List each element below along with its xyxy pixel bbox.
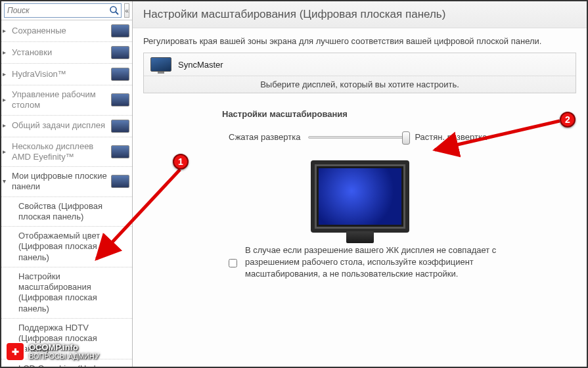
annotation-bubble-1: 1 <box>173 154 189 170</box>
thumb-icon <box>111 175 129 188</box>
slider-thumb-icon[interactable] <box>402 131 410 145</box>
thumb-icon <box>111 120 129 133</box>
use-scaling-checkbox[interactable] <box>229 246 237 281</box>
watermark: ✚ OCOMP.info ВОПРОСЫ АДМИНУ <box>5 342 99 361</box>
slider-label-max: Растян. развертка <box>415 132 487 142</box>
svg-point-0 <box>110 7 116 12</box>
scaling-checkbox-row: В случае если разрешение вашего ЖК диспл… <box>143 244 576 281</box>
page-subtitle: Регулировать края вашей зоны экрана для … <box>133 28 587 53</box>
thumb-icon <box>111 93 129 106</box>
monitor-preview-icon <box>311 160 409 233</box>
chevron-right-icon: ▸ <box>3 148 9 156</box>
sidebar-item-dfp[interactable]: ▾ Мои цифровые плоские панели <box>1 167 132 197</box>
watermark-line2: ВОПРОСЫ АДМИНУ <box>29 352 99 360</box>
section-title: Настройки масштабирования <box>143 109 576 119</box>
chevron-right-icon: ▸ <box>3 122 9 130</box>
search-input[interactable] <box>4 3 122 18</box>
checkbox-label: В случае если разрешение вашего ЖК диспл… <box>245 244 537 281</box>
chevron-right-icon: ▸ <box>3 70 9 79</box>
display-picker: SyncMaster Выберите дисплей, который вы … <box>143 53 576 93</box>
sidebar-item-hydravision[interactable]: ▸ HydraVision™ <box>1 64 132 85</box>
thumb-icon <box>111 145 129 158</box>
sidebar-item-presets[interactable]: ▸ Установки <box>1 42 132 64</box>
sidebar-tree: ▸ Сохраненные ▸ Установки ▸ HydraVision™… <box>1 20 132 367</box>
search-icon[interactable] <box>109 5 120 16</box>
watermark-line1: OCOMP.info <box>29 343 99 352</box>
sidebar-item-display-tasks[interactable]: ▸ Общий задачи дисплея <box>1 116 132 137</box>
display-selected[interactable]: SyncMaster <box>144 53 576 76</box>
chevron-right-icon: ▸ <box>3 49 9 57</box>
scaling-settings: Настройки масштабирования Сжатая разверт… <box>143 105 576 281</box>
scaling-slider[interactable] <box>308 136 407 139</box>
sidebar-sub-color[interactable]: Отображаемый цвет (Цифровая плоская пане… <box>1 227 132 267</box>
sidebar-item-eyefinity[interactable]: ▸ Несколько дисплеев AMD Eyefinity™ <box>1 137 132 168</box>
scaling-slider-row: Сжатая развертка Растян. развертка <box>143 129 576 145</box>
sidebar-item-saved[interactable]: ▸ Сохраненные <box>1 20 132 42</box>
chevron-right-icon: ▸ <box>3 27 9 35</box>
display-name: SyncMaster <box>178 60 223 70</box>
page-title: Настройки масштабирования (Цифровая плос… <box>133 1 587 28</box>
collapse-sidebar-button[interactable]: « <box>124 3 129 18</box>
sidebar-item-desktop[interactable]: ▸ Управление рабочим столом <box>1 85 132 116</box>
monitor-icon <box>150 57 171 72</box>
thumb-icon <box>111 24 129 37</box>
display-hint: Выберите дисплей, который вы хотите наст… <box>144 76 576 93</box>
search-row: « <box>1 1 132 20</box>
thumb-icon <box>111 68 129 81</box>
sidebar: « ▸ Сохраненные ▸ Установки ▸ HydraVisio… <box>1 1 133 367</box>
sidebar-sub-properties[interactable]: Свойства (Цифровая плоская панель) <box>1 197 132 227</box>
svg-line-1 <box>116 12 118 14</box>
slider-label-min: Сжатая развертка <box>229 132 300 142</box>
monitor-illustration <box>143 160 576 233</box>
chevron-down-icon: ▾ <box>3 177 9 186</box>
annotation-bubble-2: 2 <box>560 112 576 127</box>
thumb-icon <box>111 46 129 59</box>
chevron-right-icon: ▸ <box>3 96 9 104</box>
main-panel: Настройки масштабирования (Цифровая плос… <box>133 1 587 367</box>
sidebar-sub-scaling[interactable]: Настройки масштабирования (Цифровая плос… <box>1 267 132 319</box>
watermark-icon: ✚ <box>5 342 25 361</box>
